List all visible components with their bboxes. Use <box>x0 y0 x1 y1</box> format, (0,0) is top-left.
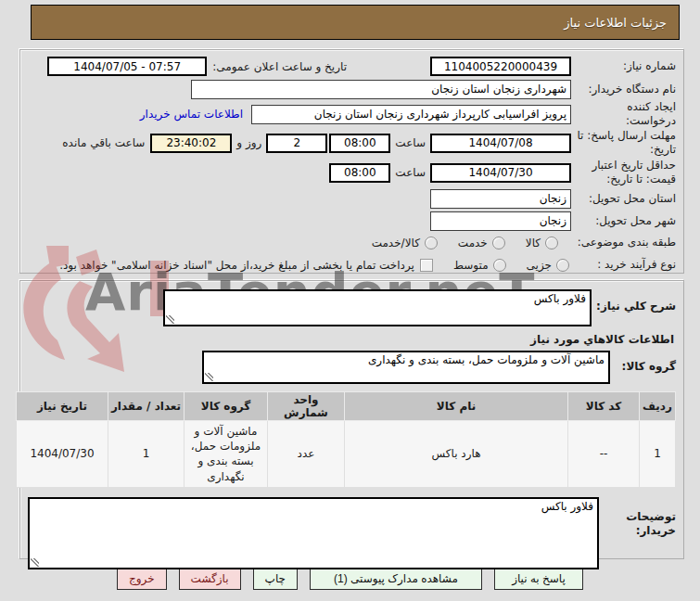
price-validity-hour-input[interactable] <box>329 163 390 183</box>
resize-handle[interactable] <box>166 315 174 324</box>
buyer-contact-link[interactable]: اطلاعات تماس خریدار <box>140 108 243 121</box>
radio-goods-service[interactable] <box>425 237 438 249</box>
cell-quantity: 1 <box>108 421 185 488</box>
view-attachments-button[interactable]: مشاهده مدارک پیوستی (1) <box>310 567 482 590</box>
need-number-row: شماره نیاز: تاریخ و ساعت اعلان عمومی: <box>28 55 676 78</box>
announce-datetime-label: تاریخ و ساعت اعلان عمومی: <box>212 60 347 73</box>
subject-class-row: طبقه بندی موضوعی: کالا خدمت کالا/خدمت <box>28 232 676 253</box>
radio-medium[interactable] <box>493 259 506 272</box>
radio-service[interactable] <box>492 237 505 249</box>
back-button[interactable]: بازگشت <box>179 567 241 590</box>
reply-deadline-hour-input[interactable] <box>329 134 390 153</box>
remaining-days-input[interactable] <box>266 134 327 153</box>
col-item-name: نام کالا <box>345 392 568 421</box>
request-creator-row: ایجاد کننده درخواست: اطلاعات تماس خریدار <box>28 100 676 128</box>
need-number-label: شماره نیاز: <box>571 59 676 73</box>
radio-goods-label: کالا <box>526 237 541 249</box>
purchase-process-row: نوع فرآیند خرید : جزیی متوسط پرداخت تمام… <box>28 253 676 276</box>
reply-deadline-hour-label: ساعت <box>395 136 426 149</box>
buyer-org-label: نام دستگاه خریدار: <box>571 83 676 96</box>
need-number-input[interactable] <box>430 57 571 76</box>
page-title: جزئیات اطلاعات نیاز <box>564 16 667 30</box>
reply-deadline-label: مهلت ارسال پاسخ: تا تاریخ: <box>571 129 676 157</box>
radio-minor-label: جزیی <box>527 259 552 272</box>
goods-group-textarea[interactable]: ماشین آلات و ملزومات حمل، بسته بندی و نگ… <box>202 351 610 384</box>
radio-minor[interactable] <box>556 259 569 272</box>
countdown-timer <box>150 134 232 153</box>
delivery-province-label: استان محل تحویل: <box>571 192 676 206</box>
radio-medium-label: متوسط <box>453 259 489 272</box>
reply-deadline-date-input[interactable] <box>430 134 571 153</box>
buyer-notes-row: توضیحات خریدار: فلاور باکس <box>28 497 676 569</box>
delivery-province-input[interactable] <box>430 189 571 209</box>
goods-section-header: اطلاعات کالاهاي مورد نیاز <box>30 333 674 346</box>
price-validity-date-input[interactable] <box>430 163 571 183</box>
col-group: گروه کالا <box>185 392 268 421</box>
price-validity-row: حداقل تاریخ اعتبار قیمت: تا تاریخ: ساعت <box>28 158 676 187</box>
need-desc-textarea[interactable]: فلاور باکس <box>163 289 592 326</box>
cell-group: ماشین آلات و ملزومات حمل، بسته بندی و نگ… <box>185 421 268 488</box>
goods-table-row: 1 -- هارد باکس عدد ماشین آلات و ملزومات … <box>17 421 676 488</box>
remaining-hours-label: ساعت باقي مانده <box>62 136 145 149</box>
radio-goods[interactable] <box>545 237 558 249</box>
goods-group-label: گروه کالا: <box>610 351 676 375</box>
delivery-city-input[interactable] <box>430 211 571 231</box>
radio-goods-service-label: کالا/خدمت <box>372 237 420 249</box>
col-quantity: تعداد / مقدار <box>108 392 185 421</box>
resize-handle[interactable] <box>31 558 39 567</box>
cell-item-name: هارد باکس <box>345 421 568 488</box>
subject-class-label: طبقه بندی موضوعی: <box>571 236 676 249</box>
need-info-groupbox: شماره نیاز: تاریخ و ساعت اعلان عمومی: نا… <box>19 49 684 274</box>
delivery-city-row: شهر محل تحویل: <box>28 210 676 232</box>
price-validity-hour-label: ساعت <box>395 166 426 179</box>
need-desc-label: شرح کلي نیاز: <box>592 289 676 314</box>
col-item-code: کد کالا <box>568 392 640 421</box>
action-buttons-bar: پاسخ به نیاز مشاهده مدارک پیوستی (1) چاپ… <box>0 567 700 590</box>
treasury-checkbox[interactable] <box>420 259 433 272</box>
goods-group-row: گروه کالا: ماشین آلات و ملزومات حمل، بست… <box>28 351 676 384</box>
buyer-org-row: نام دستگاه خریدار: <box>28 78 676 100</box>
col-row-index: ردیف <box>640 392 676 421</box>
buyer-notes-label: توضیحات خریدار: <box>599 497 676 539</box>
request-creator-label: ایجاد کننده درخواست: <box>571 100 676 128</box>
purchase-process-label: نوع فرآیند خرید : <box>571 258 676 272</box>
request-creator-input[interactable] <box>251 105 571 124</box>
page-title-bar: جزئیات اطلاعات نیاز <box>31 5 680 40</box>
goods-info-groupbox: شرح کلي نیاز: فلاور باکس اطلاعات کالاهاي… <box>19 280 684 559</box>
cell-row-index: 1 <box>640 421 676 488</box>
delivery-city-label: شهر محل تحویل: <box>571 214 676 228</box>
cell-unit: عدد <box>268 421 345 488</box>
col-need-date: تاریخ نیاز <box>17 392 108 421</box>
delivery-province-row: استان محل تحویل: <box>28 187 676 210</box>
cell-need-date: 1404/07/30 <box>17 421 108 488</box>
cell-item-code: -- <box>568 421 640 488</box>
announce-datetime-input[interactable] <box>47 57 207 76</box>
remaining-days-label: روز و <box>236 136 261 149</box>
goods-table: ردیف کد کالا نام کالا واحد شمارش گروه کا… <box>16 391 676 488</box>
resize-handle[interactable] <box>205 373 213 381</box>
buyer-notes-textarea[interactable]: فلاور باکس <box>28 497 599 569</box>
reply-deadline-row: مهلت ارسال پاسخ: تا تاریخ: ساعت روز و سا… <box>28 128 676 158</box>
need-desc-row: شرح کلي نیاز: فلاور باکس <box>28 289 676 326</box>
treasury-note: پرداخت تمام یا بخشی از مبلغ خرید،از محل … <box>59 259 414 272</box>
exit-button[interactable]: خروج <box>117 567 167 590</box>
reply-to-need-button[interactable]: پاسخ به نیاز <box>494 567 583 590</box>
buyer-org-input[interactable] <box>191 80 571 99</box>
price-validity-label: حداقل تاریخ اعتبار قیمت: تا تاریخ: <box>571 159 676 186</box>
print-button[interactable]: چاپ <box>253 567 298 590</box>
goods-table-header-row: ردیف کد کالا نام کالا واحد شمارش گروه کا… <box>17 392 676 421</box>
col-unit: واحد شمارش <box>268 392 345 421</box>
radio-service-label: خدمت <box>458 237 488 249</box>
